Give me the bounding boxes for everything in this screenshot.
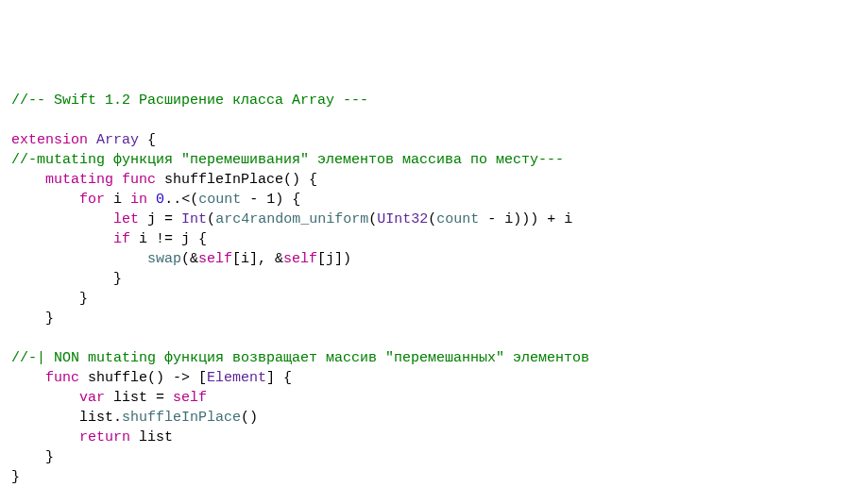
keyword-return: return	[79, 429, 130, 445]
brace-open: {	[147, 132, 156, 148]
brace-close: }	[45, 449, 54, 465]
keyword-extension: extension	[11, 132, 88, 148]
keyword-if: if	[113, 231, 130, 247]
arrow-return: () -> [	[147, 370, 207, 386]
brace-close: }	[45, 311, 54, 327]
call-shuffleinplace: shuffleInPlace	[122, 410, 241, 426]
call-swap: swap	[147, 251, 181, 267]
comment-line: //-| NON mutating функция возвращает мас…	[11, 350, 589, 366]
number-zero: 0	[156, 192, 164, 208]
paren-open: (	[368, 211, 377, 227]
brace-close: }	[113, 271, 122, 287]
condition: i != j {	[130, 231, 207, 247]
parens: () {	[283, 172, 317, 188]
keyword-func: func	[45, 370, 79, 386]
paren-open: (	[428, 211, 436, 227]
ident-count: count	[198, 192, 241, 208]
return-list: list	[130, 429, 173, 445]
func-name: shuffle	[88, 370, 147, 386]
range-op: ..<(	[164, 192, 198, 208]
keyword-self: self	[283, 251, 317, 267]
keyword-mutating: mutating	[45, 172, 113, 188]
type-array: Array	[96, 132, 139, 148]
subscript: [i], &	[232, 251, 283, 267]
brace-close: }	[11, 469, 20, 485]
comment-line: //-mutating функция "перемешивания" элем…	[11, 152, 564, 168]
func-name: shuffleInPlace	[164, 172, 283, 188]
keyword-for: for	[79, 192, 105, 208]
call-arc4random: arc4random_uniform	[215, 211, 368, 227]
list-dot: list.	[79, 410, 122, 426]
keyword-let: let	[113, 211, 139, 227]
args-open: (&	[181, 251, 198, 267]
list-assign: list =	[105, 390, 173, 406]
brace-close: }	[79, 291, 88, 307]
keyword-func: func	[122, 172, 156, 188]
ident-j: j	[147, 211, 156, 227]
keyword-self: self	[173, 390, 207, 406]
ident-i: i	[113, 192, 122, 208]
parens: ()	[241, 410, 258, 426]
keyword-var: var	[79, 390, 105, 406]
minus-one: - 1) {	[241, 192, 300, 208]
type-element: Element	[207, 370, 266, 386]
equals: =	[156, 211, 181, 227]
comment-line: //-- Swift 1.2 Расширение класса Array -…	[11, 92, 368, 109]
code-block: //-- Swift 1.2 Расширение класса Array -…	[11, 91, 839, 487]
keyword-in: in	[130, 192, 147, 208]
ident-count: count	[436, 211, 479, 227]
keyword-self: self	[198, 251, 232, 267]
paren-open: (	[207, 211, 215, 227]
subscript: [j])	[317, 251, 351, 267]
rest: - i))) + i	[479, 211, 572, 227]
type-uint32: UInt32	[377, 211, 428, 227]
close: ] {	[266, 370, 292, 386]
type-int: Int	[181, 211, 207, 227]
